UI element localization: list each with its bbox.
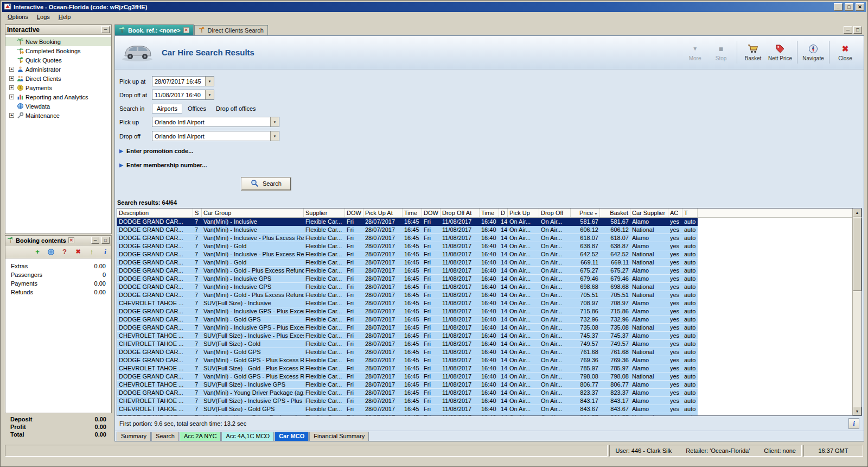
table-row[interactable]: CHEVROLET TAHOE ...7SUV(Full Size) - Gol… xyxy=(117,364,698,373)
tab-acc-2a-nyc[interactable]: Acc 2A NYC xyxy=(180,432,221,441)
table-row[interactable]: DODGE GRAND CAR...7Van(Mini) - Inclusive… xyxy=(117,226,698,234)
column-header[interactable]: DOW xyxy=(422,209,441,217)
column-header[interactable]: Pick Up At xyxy=(363,209,403,217)
help-icon[interactable]: ? xyxy=(60,247,69,257)
column-header[interactable]: Time xyxy=(480,209,499,217)
navigate-button[interactable]: Navigate xyxy=(800,43,826,61)
column-header[interactable]: T xyxy=(682,209,698,217)
table-row[interactable]: DODGE GRAND CAR...7Van(Mini) - Inclusive… xyxy=(117,307,698,315)
membership-number-toggle[interactable]: ▶ Enter membership number... xyxy=(119,160,864,170)
table-row[interactable]: CHEVROLET TAHOE ...7SUV(Full Size) - Inc… xyxy=(117,299,698,307)
table-row[interactable]: CHEVROLET TAHOE ...7SUV(Full Size) - Gol… xyxy=(117,340,698,348)
menu-help[interactable]: Help xyxy=(54,13,75,21)
table-row[interactable]: DODGE GRAND CAR...7Van(Mini) - Inclusive… xyxy=(117,324,698,332)
column-header[interactable]: Drop Off xyxy=(539,209,571,217)
delete-icon[interactable]: ✖ xyxy=(73,247,83,257)
scrollbar-thumb[interactable] xyxy=(853,218,861,291)
tab-booking-ref[interactable]: Book. ref.: <none> ✕ xyxy=(114,24,194,35)
tab-dropoff-offices[interactable]: Drop off offices xyxy=(212,104,260,113)
table-row[interactable]: DODGE GRAND CAR...7Van(Mini) - Gold GPS … xyxy=(117,356,698,364)
sidebar-item-payments[interactable]: + $ Payments xyxy=(5,83,111,92)
pickup-datetime-select[interactable]: 28/07/2017 16:45 ▼ xyxy=(152,76,214,86)
menu-options[interactable]: Options xyxy=(3,13,33,21)
nett-price-button[interactable]: Nett Price xyxy=(766,43,794,61)
expand-icon[interactable]: + xyxy=(9,94,14,99)
expand-icon[interactable]: + xyxy=(9,113,14,118)
table-row[interactable]: CHEVROLET TAHOE ...7SUV(Full Size) - Inc… xyxy=(117,381,698,389)
tab-search[interactable]: Search xyxy=(151,432,179,441)
vertical-scrollbar[interactable]: ▲ ▼ xyxy=(852,209,861,415)
menu-logs[interactable]: Logs xyxy=(33,13,54,21)
sidebar-item-viewdata[interactable]: Viewdata xyxy=(5,102,111,111)
chevron-down-icon[interactable]: ▼ xyxy=(205,90,214,99)
basket-button[interactable]: Basket xyxy=(740,43,766,61)
column-header[interactable]: DOW xyxy=(345,209,363,217)
table-row[interactable]: DODGE GRAND CAR...7Van(Mini) - Inclusive… xyxy=(117,283,698,291)
table-row[interactable]: CHEVROLET TAHOE ...7SUV(Full Size) - Inc… xyxy=(117,397,698,405)
table-row[interactable]: CHEVROLET TAHOE ...7SUV(Full Size) - Inc… xyxy=(117,332,698,340)
sidebar-item-direct-clients[interactable]: + Direct Clients xyxy=(5,74,111,83)
table-row[interactable]: DODGE GRAND CAR...7Van(Mini) - Gold - Pl… xyxy=(117,291,698,299)
column-header[interactable]: Description xyxy=(117,209,193,217)
column-header[interactable]: AC xyxy=(668,209,682,217)
table-row[interactable]: CHEVROLET TAHOE ...7SUV(Full Size) - Gol… xyxy=(117,405,698,413)
column-header[interactable]: Supplier xyxy=(304,209,345,217)
column-header[interactable]: Time xyxy=(403,209,422,217)
tab-direct-clients-search[interactable]: Direct Clients Search xyxy=(194,25,268,35)
table-row[interactable]: DODGE GRAND CAR...7Van(Mini) - Young Dri… xyxy=(117,413,698,415)
close-button[interactable]: ✕ xyxy=(856,3,864,11)
restore-document-button[interactable]: □ xyxy=(853,26,862,34)
info-button[interactable]: i xyxy=(848,418,859,429)
close-panel-icon[interactable]: ✕ xyxy=(68,237,74,243)
column-header[interactable]: Pick Up xyxy=(508,209,539,217)
column-header[interactable]: S xyxy=(193,209,202,217)
chevron-down-icon[interactable]: ▼ xyxy=(270,117,279,127)
chevron-down-icon[interactable]: ▼ xyxy=(205,77,214,86)
import-icon[interactable]: ↑ xyxy=(87,247,97,257)
sidebar-item-administrator[interactable]: + Administrator xyxy=(5,65,111,74)
globe-refresh-icon[interactable] xyxy=(46,247,56,257)
tab-offices[interactable]: Offices xyxy=(183,104,210,113)
column-header[interactable]: Basket xyxy=(600,209,630,217)
minimize-document-button[interactable]: ─ xyxy=(844,26,852,34)
tab-financial-summary[interactable]: Financial Summary xyxy=(309,432,369,441)
column-header[interactable]: Price▼ xyxy=(571,209,600,217)
minimize-button[interactable]: _ xyxy=(834,3,843,11)
close-tab-icon[interactable]: ✕ xyxy=(183,27,189,33)
close-page-button[interactable]: ✖ Close xyxy=(832,43,858,61)
table-row[interactable]: DODGE GRAND CAR...7Van(Mini) - Inclusive… xyxy=(117,250,698,258)
table-row[interactable]: DODGE GRAND CAR...7Van(Mini) - Young Dri… xyxy=(117,389,698,397)
table-row[interactable]: DODGE GRAND CAR...7Van(Mini) - Gold GPSF… xyxy=(117,315,698,324)
restore-panel-button[interactable]: □ xyxy=(101,237,110,244)
minimize-panel-button[interactable]: ─ xyxy=(91,237,99,244)
sidebar-item-quick-quotes[interactable]: Quick Quotes xyxy=(5,55,111,65)
table-row[interactable]: DODGE GRAND CAR...7Van(Mini) - Inclusive… xyxy=(117,218,698,226)
search-button[interactable]: Search xyxy=(241,178,291,190)
promotion-code-toggle[interactable]: ▶ Enter promotion code... xyxy=(119,146,864,156)
tab-acc-4a-1c-mco[interactable]: Acc 4A,1C MCO xyxy=(221,432,274,441)
table-row[interactable]: DODGE GRAND CAR...7Van(Mini) - GoldFlexi… xyxy=(117,242,698,250)
expand-icon[interactable]: + xyxy=(9,67,14,72)
tab-car-mco[interactable]: Car MCO xyxy=(275,432,309,441)
sidebar-item-completed-bookings[interactable]: Completed Bookings xyxy=(5,46,111,55)
maximize-button[interactable]: □ xyxy=(845,3,853,11)
info-icon[interactable]: i xyxy=(100,247,110,257)
scroll-up-icon[interactable]: ▲ xyxy=(853,209,861,217)
column-header[interactable]: Car Group xyxy=(202,209,304,217)
table-row[interactable]: DODGE GRAND CAR...7Van(Mini) - Gold - Pl… xyxy=(117,267,698,275)
sidebar-item-new-booking[interactable]: New Booking xyxy=(5,37,111,46)
table-row[interactable]: DODGE GRAND CAR...7Van(Mini) - Gold GPSF… xyxy=(117,348,698,356)
tab-summary[interactable]: Summary xyxy=(117,432,151,441)
sidebar-item-reporting[interactable]: + Reporting and Analytics xyxy=(5,92,111,102)
dropoff-datetime-select[interactable]: 11/08/2017 16:40 ▼ xyxy=(152,90,214,100)
column-header[interactable]: Drop Off At xyxy=(441,209,480,217)
pickup-airport-select[interactable]: Orlando Intl Airport ▼ xyxy=(152,117,279,127)
expand-icon[interactable]: + xyxy=(9,85,14,90)
table-row[interactable]: DODGE GRAND CAR...7Van(Mini) - Inclusive… xyxy=(117,234,698,242)
column-header[interactable]: Car Supplier xyxy=(630,209,668,217)
scroll-down-icon[interactable]: ▼ xyxy=(853,407,861,415)
collapse-panel-button[interactable]: ─ xyxy=(101,26,110,33)
expand-icon[interactable]: + xyxy=(9,76,14,81)
tab-airports[interactable]: Airports xyxy=(152,104,182,113)
add-icon[interactable]: + xyxy=(33,247,42,257)
